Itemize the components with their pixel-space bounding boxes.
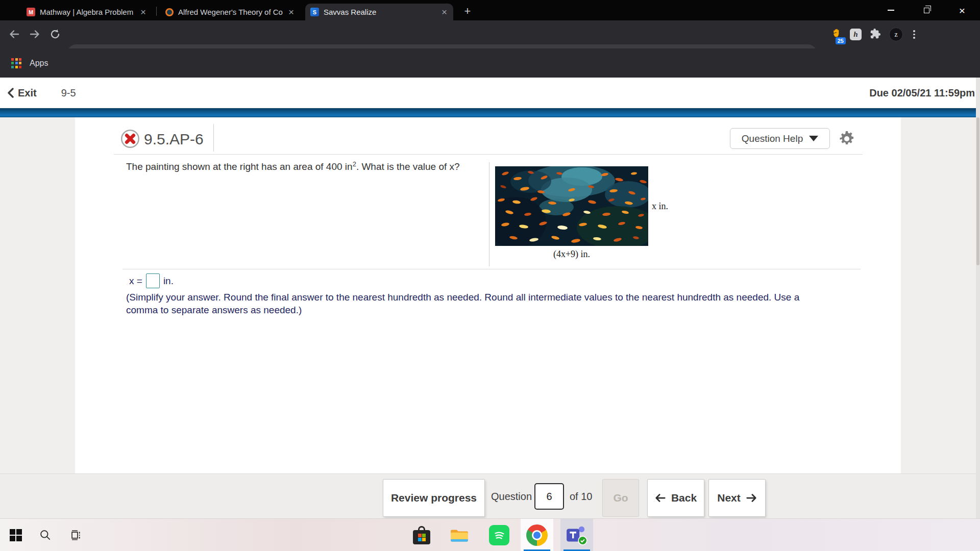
microsoft-store-icon <box>413 530 430 544</box>
tab-separator <box>156 7 157 16</box>
hand-extension-icon[interactable]: 25 <box>831 28 842 41</box>
answer-section-rule <box>122 269 861 269</box>
forward-nav-icon[interactable] <box>29 28 41 42</box>
figure-height-label: x in. <box>652 201 668 212</box>
chrome-icon <box>526 524 548 546</box>
column-divider <box>489 162 489 266</box>
question-count-label: of 10 <box>570 474 592 519</box>
minimize-icon <box>888 10 894 11</box>
footer-nav-bar: Review progress Question of 10 Go Back N… <box>0 473 980 518</box>
incorrect-x-icon <box>120 129 140 151</box>
task-view-button[interactable] <box>62 519 88 551</box>
apps-grid-icon[interactable] <box>11 58 21 68</box>
next-button[interactable]: Next <box>708 479 766 517</box>
close-icon: × <box>959 5 965 16</box>
profile-avatar[interactable]: z <box>889 28 903 41</box>
page-background: 9.5.AP-6 Question Help The painting show… <box>0 117 980 473</box>
file-explorer-icon <box>450 527 469 543</box>
reload-icon[interactable] <box>49 28 61 42</box>
wegener-favicon-icon <box>165 8 174 16</box>
chevron-left-icon <box>7 88 14 98</box>
browser-titlebar: M Mathway | Algebra Problem Solv × Alfre… <box>0 0 980 20</box>
answer-prefix: x = <box>129 276 142 287</box>
taskbar-store-button[interactable] <box>405 519 438 551</box>
question-panel: 9.5.AP-6 Question Help The painting show… <box>75 117 901 473</box>
browser-toolbar: savvasrealize.com/community/classes/5f49… <box>0 20 980 48</box>
savvas-favicon-icon: S <box>310 8 319 16</box>
assignment-header: Exit 9-5 Due 02/05/21 11:59pm <box>0 78 980 108</box>
tab-wegener[interactable]: Alfred Wegener's Theory of Cont × <box>160 4 300 20</box>
windows-logo-icon <box>10 529 22 541</box>
honey-extension-icon[interactable]: h <box>850 29 862 40</box>
settings-gear-icon[interactable] <box>838 130 856 150</box>
scrollbar[interactable] <box>976 78 980 518</box>
scrollbar-thumb[interactable] <box>976 117 979 265</box>
back-label: Back <box>671 492 697 504</box>
answer-input[interactable] <box>146 273 160 288</box>
minimize-button[interactable] <box>873 0 909 20</box>
browser-menu-icon[interactable] <box>911 28 917 41</box>
question-id: 9.5.AP-6 <box>144 131 204 148</box>
lesson-code: 9-5 <box>61 87 76 99</box>
restore-icon <box>924 8 929 13</box>
exit-button[interactable]: Exit <box>7 87 37 99</box>
exit-label: Exit <box>18 87 37 99</box>
task-view-icon <box>68 529 82 542</box>
arrow-left-icon <box>655 492 666 504</box>
question-number-input[interactable] <box>534 483 564 510</box>
tab-mathway[interactable]: M Mathway | Algebra Problem Solv × <box>21 4 152 20</box>
tab-close-icon[interactable]: × <box>287 7 295 17</box>
answer-instructions: (Simplify your answer. Round the final a… <box>126 291 826 316</box>
figure-width-label: (4x+9) in. <box>495 249 648 260</box>
window-controls: × <box>873 0 980 20</box>
arrow-right-icon <box>746 492 757 504</box>
new-tab-button[interactable]: + <box>461 5 474 18</box>
extensions-cluster: 25 h z <box>827 20 921 48</box>
taskbar-teams-button[interactable] <box>560 519 593 551</box>
extensions-puzzle-icon[interactable] <box>870 28 881 41</box>
tab-title: Savvas Realize <box>324 8 436 16</box>
taskbar: 43% 5:17 PM 2/3/2021 1 <box>0 518 980 551</box>
taskbar-explorer-button[interactable] <box>443 519 476 551</box>
taskbar-search-button[interactable] <box>33 519 58 551</box>
tab-title: Mathway | Algebra Problem Solv <box>40 8 135 16</box>
back-button[interactable]: Back <box>647 479 704 517</box>
close-button[interactable]: × <box>944 0 980 20</box>
question-help-label: Question Help <box>742 133 803 144</box>
taskbar-chrome-button[interactable] <box>521 519 553 551</box>
spotify-icon <box>489 525 509 545</box>
search-icon <box>39 529 52 542</box>
due-date: Due 02/05/21 11:59pm <box>869 87 975 99</box>
next-label: Next <box>717 492 741 504</box>
header-rule <box>114 154 863 155</box>
go-button[interactable]: Go <box>602 479 639 517</box>
teams-icon <box>566 524 588 546</box>
brand-blue-bar <box>0 108 980 117</box>
tab-close-icon[interactable]: × <box>139 7 147 17</box>
mathway-favicon-icon: M <box>27 8 35 16</box>
question-help-button[interactable]: Question Help <box>730 128 830 149</box>
title-divider <box>213 124 214 152</box>
screen: M Mathway | Algebra Problem Solv × Alfre… <box>0 0 980 551</box>
restore-button[interactable] <box>909 0 944 20</box>
start-button[interactable] <box>3 519 29 551</box>
answer-row: x = in. <box>129 273 174 288</box>
extension-badge: 25 <box>836 37 846 44</box>
question-prompt: The painting shown at the right has an a… <box>126 160 460 172</box>
tab-title: Alfred Wegener's Theory of Cont <box>178 8 283 16</box>
chevron-down-icon <box>809 136 818 141</box>
answer-unit: in. <box>163 276 174 287</box>
review-progress-button[interactable]: Review progress <box>383 479 485 517</box>
question-label: Question <box>491 474 532 519</box>
prompt-superscript: 2 <box>353 160 356 168</box>
back-nav-icon[interactable] <box>8 28 20 42</box>
apps-bookmark-label[interactable]: Apps <box>30 59 48 68</box>
bookmarks-bar: Apps <box>0 48 980 78</box>
tab-savvas-realize[interactable]: S Savvas Realize × <box>305 4 453 20</box>
taskbar-spotify-button[interactable] <box>483 519 516 551</box>
tab-close-icon[interactable]: × <box>440 7 448 17</box>
painting-image <box>495 166 648 246</box>
